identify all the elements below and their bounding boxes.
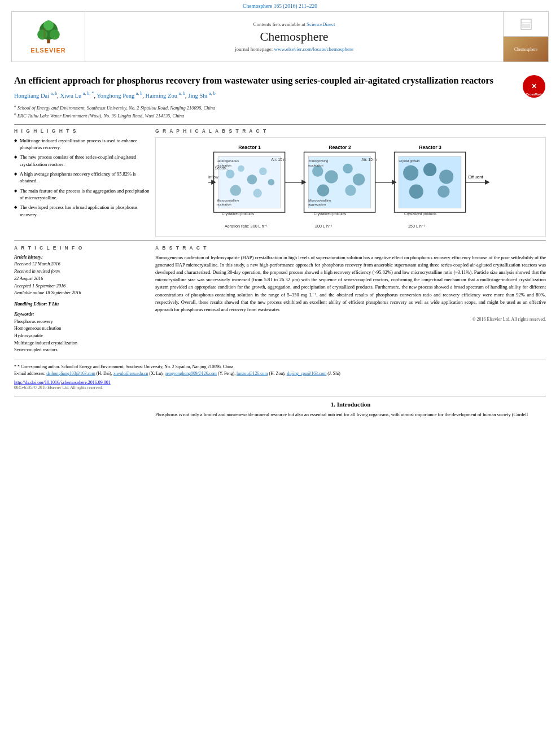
svg-text:Reactor 2: Reactor 2	[329, 144, 351, 150]
highlight-item-4: The main feature of the process is the a…	[14, 187, 150, 202]
keyword-4: Multistage-induced crystallization	[14, 340, 77, 346]
svg-point-16	[238, 165, 244, 172]
footnote-star: *	[14, 364, 16, 369]
svg-text:Crystal growth: Crystal growth	[399, 159, 419, 163]
info-abstract-row: A R T I C L E I N F O Article history: R…	[14, 245, 546, 354]
article-info-section: A R T I C L E I N F O Article history: R…	[14, 245, 150, 354]
abstract-section: A B S T R A C T Homogeneous nucleation o…	[155, 245, 546, 354]
homepage-url[interactable]: www.elsevier.com/locate/chemosphere	[274, 46, 353, 52]
affil-a-sup: a	[14, 104, 16, 108]
highlight-item-1: Multistage-induced crystallization proce…	[14, 137, 150, 151]
email-1[interactable]: daihongliang103@163.com	[46, 371, 95, 376]
svg-text:CrossMark: CrossMark	[526, 93, 542, 96]
revised-date: 22 August 2016	[14, 276, 43, 281]
intro-left-empty	[14, 401, 150, 418]
svg-text:150 L h⁻¹: 150 L h⁻¹	[408, 224, 426, 229]
journal-header: ELSEVIER Contents lists available at Sci…	[11, 11, 549, 62]
author-2: Xiwu Lu	[60, 93, 82, 99]
svg-text:Air: 15 m: Air: 15 m	[271, 158, 286, 161]
keywords-section: Keywords: Phosphorus recovery Homogeneou…	[14, 311, 150, 354]
highlights-abstract-row: H I G H L I G H T S Multistage-induced c…	[14, 128, 546, 237]
svg-point-15	[226, 169, 235, 178]
svg-text:aggregation: aggregation	[308, 203, 326, 206]
author-3-sup: a, b	[136, 91, 143, 96]
keyword-3: Hydroxyapatite	[14, 333, 43, 338]
svg-point-17	[247, 174, 257, 184]
svg-text:✕: ✕	[531, 82, 537, 90]
svg-rect-8	[522, 24, 530, 28]
citation-text: Chemosphere 165 (2016) 211–220	[243, 3, 317, 9]
abstract-text: Homogeneous nucleation of hydroxyapatite…	[155, 254, 546, 313]
article-history: Article history: Received 12 March 2016 …	[14, 254, 150, 297]
chemosphere-mini-label: Chemosphere	[514, 47, 537, 52]
author-4: Haiming Zou	[146, 93, 177, 99]
intro-text: Phosphorus is not only a limited and non…	[155, 411, 546, 418]
svg-point-34	[325, 170, 338, 183]
svg-point-52	[438, 185, 449, 197]
highlight-item-5: The developed process has a broad applic…	[14, 204, 150, 218]
svg-rect-5	[43, 28, 46, 38]
svg-text:nucleation: nucleation	[308, 163, 323, 167]
main-content: An efficient approach for phosphorus rec…	[0, 62, 560, 427]
svg-point-49	[423, 163, 436, 176]
email-2[interactable]: xiwulu@seu.edu.cn	[113, 371, 148, 376]
intro-heading: 1. Introduction	[155, 401, 546, 408]
svg-point-38	[345, 185, 356, 195]
keyword-2: Homogeneous nucleation	[14, 326, 61, 331]
svg-text:Reactor 3: Reactor 3	[419, 144, 441, 150]
svg-text:Inflow: Inflow	[208, 175, 218, 179]
elsevier-label: ELSEVIER	[30, 47, 65, 54]
thumbnail-top	[504, 12, 548, 37]
doi-section: http://dx.doi.org/10.1016/j.chemosphere.…	[14, 380, 546, 385]
author-5: Jing Shi	[188, 93, 207, 99]
svg-point-50	[439, 169, 453, 184]
highlights-section: H I G H L I G H T S Multistage-induced c…	[14, 128, 150, 237]
received-revised-text: Received in revised form	[14, 269, 60, 274]
affil-b-text: ERC Taihu Lake Water Environment (Wuxi),…	[18, 113, 185, 119]
handling-editor-label: Handling Editor:	[14, 302, 47, 307]
handling-editor-name: Y Liu	[49, 302, 59, 307]
journal-homepage: journal homepage: www.elsevier.com/locat…	[235, 46, 353, 52]
email-4[interactable]: lunzou@126.com	[237, 371, 268, 376]
divider-1	[14, 124, 546, 125]
divider-3	[14, 396, 546, 396]
author-1: Hongliang Dai	[14, 93, 49, 99]
svg-point-35	[343, 163, 352, 173]
citation-bar: Chemosphere 165 (2016) 211–220	[0, 0, 560, 11]
affil-a-text: School of Energy and Environment, Southe…	[18, 104, 216, 110]
intro-section: 1. Introduction Phosphorus is not only a…	[155, 401, 546, 418]
elsevier-logo-block: ELSEVIER	[12, 12, 85, 62]
reactor-diagram-container: Reactor 1 Seeds Heterogeneous	[155, 137, 546, 237]
email-5[interactable]: shijing_cpu@163.com	[287, 371, 327, 376]
history-label: Article history:	[14, 255, 43, 260]
svg-point-19	[230, 185, 241, 195]
graphical-abstract-section: G R A P H I C A L A B S T R A C T Reacto…	[155, 128, 546, 237]
highlight-item-3: A high average phosphorus recovery effic…	[14, 171, 150, 185]
article-info-label: A R T I C L E I N F O	[14, 245, 150, 251]
accepted-text: Accepted 1 September 2016	[14, 283, 65, 289]
abstract-label: A B S T R A C T	[155, 245, 546, 251]
journal-thumbnail-block: Chemosphere	[503, 12, 548, 62]
doi-link[interactable]: http://dx.doi.org/10.1016/j.chemosphere.…	[14, 380, 111, 385]
elsevier-logo: ELSEVIER	[30, 20, 65, 54]
svg-text:nucleation: nucleation	[216, 203, 231, 206]
svg-point-18	[259, 167, 267, 175]
svg-point-37	[317, 184, 329, 196]
author-5-sup: a, b	[209, 91, 216, 96]
crossmark-logo: ✕ CrossMark	[522, 75, 546, 98]
svg-text:Transgrowing: Transgrowing	[308, 159, 328, 163]
thumbnail-bottom: Chemosphere	[504, 37, 548, 62]
svg-point-36	[353, 173, 365, 185]
article-title: An efficient approach for phosphorus rec…	[14, 75, 546, 87]
svg-text:Air: 15 m: Air: 15 m	[361, 158, 377, 161]
email-addresses-label: E-mail addresses:	[14, 371, 45, 376]
svg-point-3	[49, 29, 59, 40]
author-2-sup: a, b, *	[83, 91, 94, 96]
copyright-line: © 2016 Elsevier Ltd. All rights reserved…	[155, 317, 546, 322]
contents-line: Contents lists available at ScienceDirec…	[253, 21, 335, 27]
svg-text:Crystalized products: Crystalized products	[404, 212, 436, 216]
issn-line: 0045-6535/© 2016 Elsevier Ltd. All right…	[14, 385, 546, 390]
keywords-label: Keywords:	[14, 312, 34, 317]
email-3[interactable]: pengyonghong809@126.com	[165, 371, 217, 376]
author-1-sup: a, b	[51, 91, 58, 96]
